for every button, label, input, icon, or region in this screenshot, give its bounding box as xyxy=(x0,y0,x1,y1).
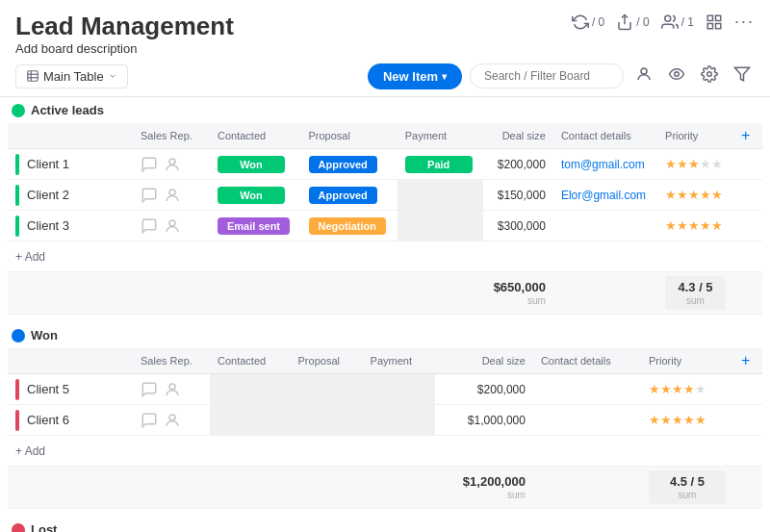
star-rating[interactable]: ★★★★★ xyxy=(665,188,723,202)
group-header-lost[interactable]: Lost xyxy=(8,517,762,532)
comment-icon[interactable] xyxy=(141,156,158,173)
refresh-icon-btn[interactable]: / 0 xyxy=(572,13,604,31)
star-rating[interactable]: ★★★★★ xyxy=(665,157,723,171)
proposal-badge[interactable]: Approved xyxy=(309,156,377,173)
sum-priority: 4.5 / 5sum xyxy=(641,467,733,509)
contacted-badge[interactable]: Won xyxy=(218,187,285,204)
header-top: Lead Management Add board description / … xyxy=(0,0,770,56)
add-row[interactable]: + Add xyxy=(8,241,762,272)
toolbar: Main Table New Item ▾ xyxy=(0,56,770,97)
deal-size-value: $1,000,000 xyxy=(468,414,526,427)
cell-contacted[interactable]: Won xyxy=(210,180,301,211)
user-icon[interactable] xyxy=(164,217,181,235)
users-icon-btn[interactable]: / 1 xyxy=(661,13,694,31)
cell-contacted[interactable] xyxy=(210,374,291,405)
app-subtitle: Add board description xyxy=(15,41,234,56)
star-empty: ★ xyxy=(700,157,711,171)
user-icon[interactable] xyxy=(164,187,181,204)
comment-icon[interactable] xyxy=(141,412,158,429)
cell-priority: ★★★★★ xyxy=(657,149,733,180)
client-name: Client 1 xyxy=(27,157,69,171)
payment-badge[interactable]: Paid xyxy=(405,156,473,173)
cell-contacted[interactable] xyxy=(210,405,291,436)
table-row: Client 6 $1,000,000★★★★★ xyxy=(8,405,762,436)
chevron-down-icon xyxy=(108,71,117,81)
col-payment: Payment xyxy=(398,123,483,149)
cell-add xyxy=(733,180,762,211)
add-column-btn[interactable]: + xyxy=(741,127,750,143)
email-link[interactable]: tom@gmail.com xyxy=(561,158,645,171)
star-filled: ★ xyxy=(700,188,711,202)
col-contacted: Contacted xyxy=(210,348,291,374)
cell-proposal[interactable] xyxy=(291,374,363,405)
filter-btn[interactable] xyxy=(730,62,755,90)
cell-proposal[interactable] xyxy=(291,405,363,436)
settings-btn[interactable] xyxy=(697,62,722,90)
sum-priority: 4.3 / 5sum xyxy=(657,272,733,315)
proposal-badge[interactable]: Negotiation xyxy=(309,217,387,235)
avatar-btn[interactable] xyxy=(631,62,656,90)
star-rating[interactable]: ★★★★★ xyxy=(649,413,706,427)
cell-add xyxy=(733,149,762,180)
star-filled: ★ xyxy=(683,382,695,396)
user-icon[interactable] xyxy=(164,381,181,398)
search-input[interactable] xyxy=(470,63,624,89)
cell-payment[interactable] xyxy=(363,374,435,405)
email-link[interactable]: Elor@gmail.com xyxy=(561,189,646,202)
star-filled: ★ xyxy=(677,218,688,233)
cell-payment[interactable] xyxy=(398,211,483,241)
comment-icon[interactable] xyxy=(141,217,158,235)
cell-contacted[interactable]: Won xyxy=(210,149,301,180)
proposal-badge[interactable]: Approved xyxy=(309,187,377,204)
new-item-button[interactable]: New Item ▾ xyxy=(368,63,462,89)
table-row: Client 3 Email sentNegotiation$300,000★★… xyxy=(8,211,762,241)
sum-deal-size: $650,000sum xyxy=(483,272,553,315)
group-header-won[interactable]: Won xyxy=(8,322,762,348)
cell-deal-size: $300,000 xyxy=(483,211,553,241)
col-payment: Payment xyxy=(363,348,435,374)
add-column-btn[interactable]: + xyxy=(741,352,750,368)
group-header-active[interactable]: Active leads xyxy=(8,97,762,123)
cell-payment[interactable] xyxy=(398,180,483,211)
integrations-icon-btn[interactable] xyxy=(706,13,723,31)
add-row[interactable]: + Add xyxy=(8,436,762,467)
col-contact-details: Contact details xyxy=(553,123,657,149)
cell-priority: ★★★★★ xyxy=(641,374,733,405)
star-filled: ★ xyxy=(649,382,660,396)
cell-deal-size: $150,000 xyxy=(483,180,553,211)
table-icon xyxy=(26,69,39,83)
contacted-badge[interactable]: Email sent xyxy=(218,217,290,235)
comment-icon[interactable] xyxy=(141,381,158,398)
cell-payment[interactable] xyxy=(363,405,435,436)
star-rating[interactable]: ★★★★★ xyxy=(665,218,723,233)
share-icon-btn[interactable]: / 0 xyxy=(616,13,649,31)
star-rating[interactable]: ★★★★★ xyxy=(649,382,706,396)
star-filled: ★ xyxy=(660,413,672,427)
contacted-badge[interactable]: Won xyxy=(218,156,285,173)
svg-rect-5 xyxy=(707,23,712,28)
cell-contact-details xyxy=(553,211,657,241)
table-row: Client 5 $200,000★★★★★ xyxy=(8,374,762,405)
star-filled: ★ xyxy=(688,218,700,233)
main-table-button[interactable]: Main Table xyxy=(15,64,128,89)
add-row-label[interactable]: + Add xyxy=(8,436,762,467)
cell-proposal[interactable]: Approved xyxy=(301,149,398,180)
group-label-won: Won xyxy=(31,328,58,342)
client-name: Client 5 xyxy=(27,382,69,396)
user-icon[interactable] xyxy=(164,412,181,429)
more-options-btn[interactable]: ··· xyxy=(734,12,755,32)
cell-sales-rep xyxy=(133,405,210,436)
cell-deal-size: $1,000,000 xyxy=(435,405,533,436)
deal-size-value: $200,000 xyxy=(477,383,526,396)
main-content: Active leads Sales Rep.ContactedProposal… xyxy=(0,97,770,532)
cell-proposal[interactable]: Negotiation xyxy=(301,211,398,241)
new-item-label: New Item xyxy=(383,69,438,84)
user-icon[interactable] xyxy=(164,156,181,173)
add-row-label[interactable]: + Add xyxy=(8,241,762,272)
cell-contacted[interactable]: Email sent xyxy=(210,211,301,241)
comment-icon[interactable] xyxy=(141,187,158,204)
cell-proposal[interactable]: Approved xyxy=(301,180,398,211)
cell-payment[interactable]: Paid xyxy=(398,149,483,180)
table-header-row: Sales Rep.ContactedProposalPaymentDeal s… xyxy=(8,348,762,374)
eye-btn[interactable] xyxy=(664,62,689,90)
